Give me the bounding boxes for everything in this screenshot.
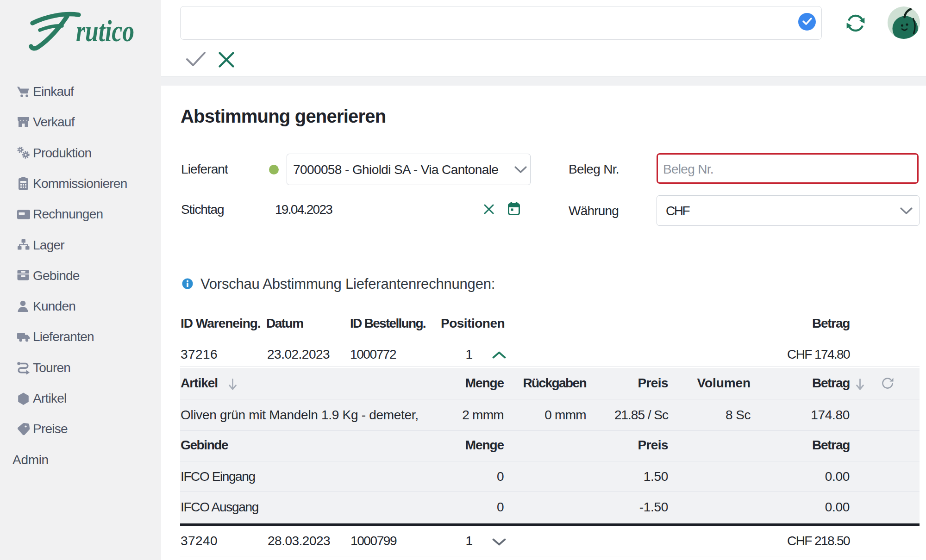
svg-text:rutico: rutico [76, 14, 134, 48]
